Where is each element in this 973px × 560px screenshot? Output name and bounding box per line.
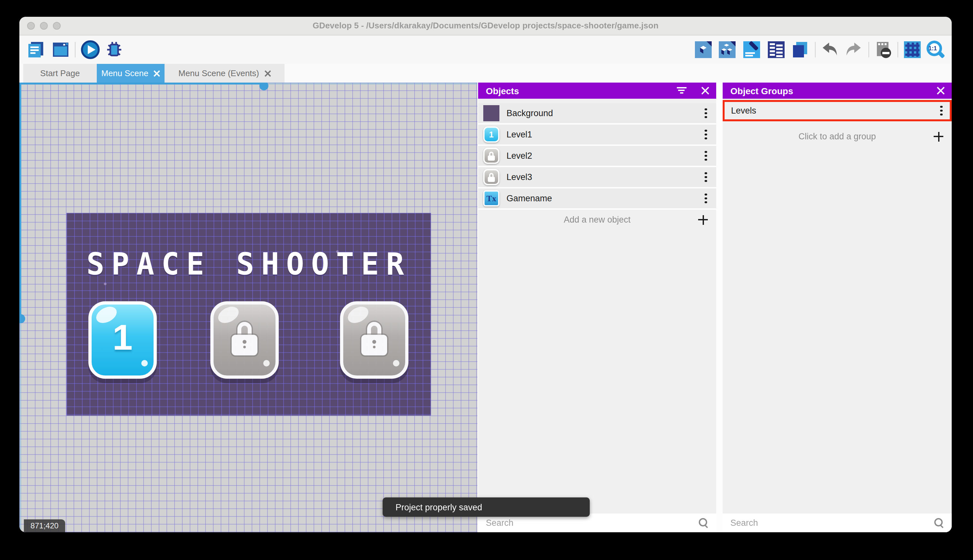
object-name: Background — [506, 108, 553, 118]
panel-divider — [716, 83, 723, 532]
object-groups-panel-header: Object Groups — [723, 83, 952, 99]
row-menu-icon[interactable] — [705, 108, 707, 118]
row-menu-icon[interactable] — [705, 172, 707, 182]
render-mask-icon[interactable] — [874, 40, 893, 59]
add-object-label: Add a new object — [563, 215, 630, 225]
add-group-label: Click to add a group — [798, 132, 876, 141]
toolbar-separator — [898, 42, 898, 57]
scene-editor-canvas[interactable]: SPACE SHOOTER 1 871;420 — [19, 83, 478, 532]
tab-label: Menu Scene (Events) — [178, 68, 259, 78]
object-row-level3[interactable]: Level3 — [478, 167, 716, 188]
tab-menu-scene-events[interactable]: Menu Scene (Events) — [165, 64, 285, 83]
object-row-gamename[interactable]: Tx Gamename — [478, 188, 716, 210]
background-object-icon — [483, 105, 500, 121]
row-menu-icon[interactable] — [705, 151, 707, 161]
close-panel-icon[interactable] — [936, 86, 945, 95]
editor-tab-bar: Start Page Menu Scene Menu Scene (Events… — [19, 64, 952, 83]
search-icon — [934, 517, 944, 528]
scene-title-object[interactable]: SPACE SHOOTER — [67, 246, 431, 282]
gloss-dot — [393, 360, 400, 367]
level1-object-icon: 1 — [483, 127, 500, 143]
objects-panel-title: Objects — [486, 85, 519, 96]
groups-search-bar — [723, 513, 952, 532]
properties-pencil-icon[interactable] — [742, 40, 761, 59]
horizontal-scrollbar[interactable] — [19, 83, 478, 85]
toolbar-separator — [815, 42, 816, 57]
objects-panel-header: Objects — [478, 83, 716, 99]
game-scene-background[interactable]: SPACE SHOOTER 1 — [67, 213, 431, 415]
group-name: Levels — [731, 106, 756, 115]
zoom-one-to-one-icon[interactable]: 1:1 — [925, 40, 946, 59]
group-row-levels-highlighted[interactable]: Levels — [723, 100, 952, 121]
horizontal-scroll-knob[interactable] — [259, 83, 268, 90]
gloss-dot — [263, 360, 270, 367]
main-toolbar: 1:1 — [19, 35, 952, 64]
level2-button-object[interactable] — [210, 301, 279, 379]
toolbar-separator — [868, 42, 869, 57]
level1-button-object[interactable]: 1 — [88, 301, 157, 379]
layers-icon[interactable] — [790, 40, 810, 59]
tab-menu-scene[interactable]: Menu Scene — [97, 64, 165, 83]
level1-number: 1 — [92, 316, 153, 358]
zoom-ratio-label: 1:1 — [928, 45, 937, 52]
vertical-scroll-knob[interactable] — [19, 314, 25, 323]
row-menu-icon[interactable] — [940, 105, 943, 116]
filter-icon[interactable] — [676, 87, 686, 95]
tab-label: Menu Scene — [101, 68, 148, 78]
preview-play-icon[interactable] — [81, 40, 100, 59]
redo-icon[interactable] — [844, 40, 863, 59]
close-tab-icon[interactable] — [264, 70, 271, 77]
gloss-dot — [141, 360, 148, 367]
object-groups-editor-icon[interactable] — [718, 40, 737, 59]
screen: GDevelop 5 - /Users/dkarakay/Documents/G… — [0, 0, 973, 560]
locked-level-object-icon — [483, 148, 500, 164]
add-group-row[interactable]: Click to add a group — [723, 127, 952, 147]
object-name: Gamename — [506, 193, 552, 203]
close-tab-icon[interactable] — [153, 70, 160, 77]
cursor-coordinates: 871;420 — [24, 519, 65, 532]
toast-message: Project properly saved — [395, 502, 482, 512]
window-title: GDevelop 5 - /Users/dkarakay/Documents/G… — [19, 17, 952, 35]
row-menu-icon[interactable] — [705, 129, 707, 140]
object-groups-panel-title: Object Groups — [730, 85, 793, 96]
object-groups-panel: Object Groups Levels Click to add a grou… — [723, 83, 952, 532]
object-row-level1[interactable]: 1 Level1 — [478, 125, 716, 146]
scene-window-icon[interactable] — [51, 40, 70, 59]
object-name: Level3 — [506, 172, 532, 182]
row-menu-icon[interactable] — [705, 193, 707, 203]
objects-panel: Objects Background 1 Level1 Level2 Level… — [478, 83, 716, 532]
tab-start-page[interactable]: Start Page — [23, 64, 97, 83]
object-name: Level2 — [506, 151, 532, 161]
undo-icon[interactable] — [820, 40, 840, 59]
lock-icon — [232, 322, 257, 355]
title-bar: GDevelop 5 - /Users/dkarakay/Documents/G… — [19, 17, 952, 35]
instances-list-icon[interactable] — [766, 40, 786, 59]
grid-icon[interactable] — [903, 40, 922, 59]
toolbar-separator — [75, 42, 75, 57]
object-row-level2[interactable]: Level2 — [478, 146, 716, 167]
objects-editor-icon[interactable] — [694, 40, 713, 59]
vertical-scrollbar[interactable] — [19, 83, 21, 532]
gdevelop-window: GDevelop 5 - /Users/dkarakay/Documents/G… — [19, 17, 952, 532]
level3-button-object[interactable] — [340, 301, 408, 379]
plus-icon[interactable] — [698, 215, 708, 225]
save-toast: Project properly saved — [383, 497, 590, 517]
debug-icon[interactable] — [105, 40, 124, 59]
tab-label: Start Page — [40, 68, 80, 78]
project-manager-icon[interactable] — [27, 40, 46, 59]
lock-icon — [362, 322, 387, 355]
object-name: Level1 — [506, 130, 532, 139]
close-panel-icon[interactable] — [700, 86, 710, 95]
object-row-background[interactable]: Background — [478, 103, 716, 125]
text-object-icon: Tx — [483, 190, 500, 207]
groups-search-input[interactable] — [723, 513, 952, 532]
plus-icon[interactable] — [934, 132, 943, 141]
search-icon — [698, 517, 708, 528]
add-new-object-row[interactable]: Add a new object — [478, 210, 716, 230]
locked-level-object-icon — [483, 169, 500, 185]
